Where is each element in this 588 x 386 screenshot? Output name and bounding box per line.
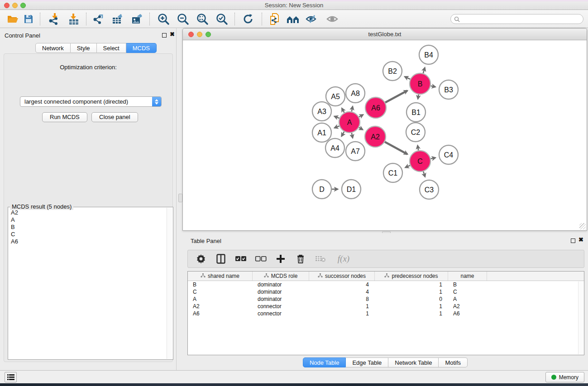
export-table-icon[interactable] [110,13,125,25]
export-image-icon[interactable] [129,13,145,25]
graph-node-A7[interactable]: A7 [346,142,365,161]
column-header-MCDS-role[interactable]: MCDS role [253,272,309,281]
network-window-titlebar[interactable]: testGlobe.txt [183,29,587,40]
graph-node-C3[interactable]: C3 [420,180,439,199]
edge-A2-C[interactable] [385,142,407,154]
task-history-button[interactable] [5,372,17,382]
edge-A-A5[interactable] [342,108,344,113]
float-panel-icon[interactable] [571,238,575,243]
close-panel-button[interactable]: Close panel [91,112,138,122]
graph-node-B4[interactable]: B4 [419,45,438,64]
export-network-icon[interactable] [91,13,106,25]
memory-button[interactable]: Memory [545,372,584,382]
column-header-name[interactable]: name [448,272,487,281]
delete-column-icon[interactable] [295,253,306,265]
window-resize-grip[interactable] [579,223,586,229]
table-row[interactable]: A6connector11A6 [188,310,584,317]
save-session-icon[interactable] [21,13,36,25]
table-scrollbar[interactable] [578,281,583,354]
graphics-details-icon[interactable] [304,13,320,25]
graph-node-A5[interactable]: A5 [326,87,345,106]
edge-A-A2[interactable] [359,128,363,130]
tab-network-table[interactable]: Network Table [388,357,439,367]
graph-node-C1[interactable]: C1 [383,163,402,182]
mcds-result-item[interactable]: C [11,231,18,238]
close-panel-icon[interactable]: ✖ [170,31,175,38]
close-window-button[interactable] [4,3,10,8]
edge-B-B2[interactable] [405,77,410,79]
zoom-in-icon[interactable] [156,13,171,25]
run-mcds-button[interactable]: Run MCDS [42,112,87,122]
edge-A-A8[interactable] [352,106,353,111]
table-row[interactable]: A2connector11A2 [188,303,584,310]
graph-node-C4[interactable]: C4 [439,145,458,164]
edge-A6-B[interactable] [385,91,407,102]
edge-C-C1[interactable] [406,166,410,168]
criterion-dropdown[interactable]: largest connected component (directed) [20,96,162,107]
column-header-predecessor-nodes[interactable]: predecessor nodes [375,272,448,281]
table-row[interactable]: Adominator80A [188,295,584,303]
select-all-icon[interactable] [235,253,247,265]
graph-node-A8[interactable]: A8 [346,84,365,103]
edge-B-B1[interactable] [418,95,418,99]
import-table-icon[interactable] [66,13,81,25]
open-file-icon[interactable] [5,13,20,25]
column-header-shared-name[interactable]: shared name [188,272,253,281]
network-canvas[interactable]: AA1A2A3A4A5A6A7A8BB1B2B3B4CC1C2C3C4DD1 [183,40,587,230]
fit-columns-icon[interactable] [215,253,227,265]
graph-node-A2[interactable]: A2 [365,126,386,147]
graph-node-B3[interactable]: B3 [439,80,458,99]
tab-motifs[interactable]: Motifs [439,357,468,367]
edge-A-A3[interactable] [335,116,339,118]
graph-node-A[interactable]: A [339,112,360,133]
mcds-result-item[interactable]: B [11,224,18,231]
search-input[interactable] [462,16,575,22]
tab-node-table[interactable]: Node Table [303,357,346,367]
zoom-out-icon[interactable] [175,13,191,25]
function-builder-icon[interactable]: f(x) [335,253,353,265]
graph-node-A6[interactable]: A6 [365,97,386,118]
close-panel-icon[interactable]: ✖ [578,236,583,243]
minimize-window-button[interactable] [12,3,18,8]
duplicate-network-icon[interactable] [267,13,282,25]
zoom-fit-icon[interactable] [195,13,210,25]
edge-C-C2[interactable] [418,146,419,151]
mcds-result-item[interactable]: A6 [11,238,18,245]
float-panel-icon[interactable] [162,33,167,38]
graph-node-B[interactable]: B [410,73,430,94]
close-window-button[interactable] [188,32,194,37]
graph-node-D[interactable]: D [312,180,331,199]
edge-A-A4[interactable] [342,132,344,136]
edge-C-C4[interactable] [430,158,435,159]
delete-table-icon[interactable] [315,253,326,265]
graph-node-B2[interactable]: B2 [383,62,402,81]
graph-node-B1[interactable]: B1 [406,103,425,122]
zoom-selected-icon[interactable] [214,13,229,25]
mcds-result-item[interactable]: A2 [11,209,18,216]
result-scrollbar[interactable] [167,208,172,359]
graph-node-C[interactable]: C [410,151,430,172]
eye-icon[interactable] [325,13,340,25]
split-divider-handle[interactable] [178,194,182,202]
add-column-icon[interactable] [275,253,287,265]
refresh-icon[interactable] [240,13,256,25]
minimize-window-button[interactable] [197,32,202,37]
ndex-icon[interactable] [285,13,301,25]
edge-A-A7[interactable] [352,133,353,138]
import-network-icon[interactable] [47,13,62,25]
tab-edge-table[interactable]: Edge Table [346,357,388,367]
graph-node-A1[interactable]: A1 [312,123,331,142]
graph-node-C2[interactable]: C2 [406,123,425,142]
edge-B-B4[interactable] [423,68,425,73]
edge-A-A6[interactable] [359,114,363,117]
tab-mcds[interactable]: MCDS [126,43,157,53]
graph-node-D1[interactable]: D1 [342,180,361,199]
table-settings-icon[interactable] [195,253,207,265]
edge-B-B3[interactable] [431,86,435,87]
tab-select[interactable]: Select [97,43,126,53]
graph-node-A4[interactable]: A4 [325,138,344,157]
table-row[interactable]: Cdominator41C [188,288,584,295]
tab-style[interactable]: Style [71,43,97,53]
tab-network[interactable]: Network [35,43,71,53]
search-field[interactable] [450,14,583,24]
